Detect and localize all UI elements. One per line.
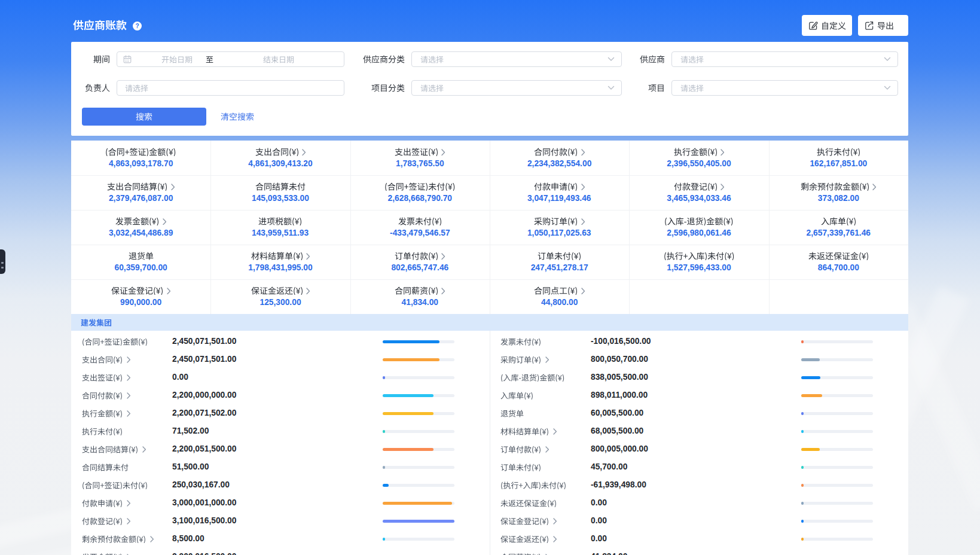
svg-text:?: ? [135,23,139,29]
